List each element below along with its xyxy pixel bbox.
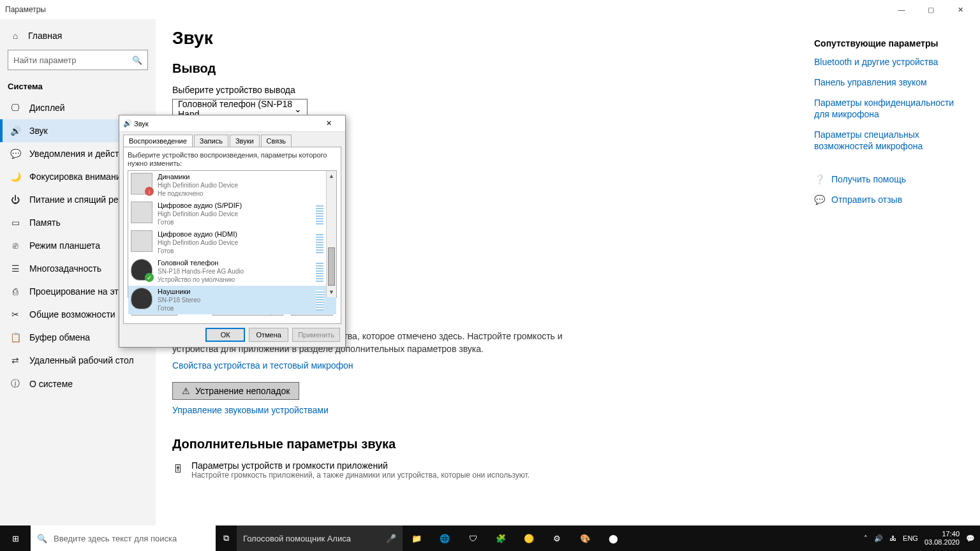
- playback-device-1[interactable]: Цифровое аудио (S/PDIF)High Definition A…: [128, 200, 336, 228]
- window-title: Параметры: [5, 5, 46, 14]
- window-close-button[interactable]: ✕: [946, 0, 975, 19]
- right-rail: Сопутствующие параметры Bluetooth и друг…: [801, 19, 980, 525]
- device-driver: High Definition Audio Device: [158, 181, 238, 189]
- sidebar-home[interactable]: ⌂ Главная: [0, 24, 156, 47]
- sidebar-item-icon: 🌙: [10, 172, 20, 182]
- cancel-button[interactable]: Отмена: [249, 328, 288, 342]
- dialog-close-button[interactable]: ✕: [316, 119, 341, 128]
- troubleshoot-button[interactable]: ⚠ Устранение неполадок: [172, 382, 299, 400]
- search-input[interactable]: Найти параметр 🔍: [8, 50, 148, 70]
- device-name: Наушники: [158, 288, 200, 296]
- apply-button[interactable]: Применить: [292, 328, 340, 342]
- dialog-titlebar[interactable]: 🔊 Звук ✕: [119, 115, 345, 132]
- taskbar-search[interactable]: 🔍 Введите здесь текст для поиска: [31, 525, 216, 551]
- advanced-heading: Дополнительные параметры звука: [172, 437, 785, 452]
- sidebar-home-label: Главная: [28, 31, 62, 41]
- device-icon: [131, 230, 152, 252]
- sidebar-item-label: Память: [29, 217, 61, 228]
- sidebar-item-label: Буфер обмена: [29, 332, 90, 342]
- start-button[interactable]: ⊞: [0, 525, 31, 551]
- related-link-1[interactable]: Панель управления звуком: [814, 77, 967, 88]
- taskbar-app-chrome[interactable]: 🟡: [515, 525, 543, 551]
- window-minimize-button[interactable]: —: [887, 0, 916, 19]
- task-view-button[interactable]: ⧉: [216, 525, 237, 551]
- voice-assistant-bar[interactable]: Голосовой помощник Алиса 🎤: [237, 525, 403, 551]
- tray-notifications-icon[interactable]: 💬: [966, 534, 975, 543]
- related-link-0[interactable]: Bluetooth и другие устройства: [814, 56, 967, 68]
- search-icon: 🔍: [37, 534, 47, 543]
- app-volume-title: Параметры устройств и громкости приложен…: [191, 460, 530, 471]
- level-meter: [316, 261, 323, 282]
- get-help-link[interactable]: ❔ Получить помощь: [814, 173, 967, 185]
- taskbar-app-shield[interactable]: 🛡: [459, 525, 487, 551]
- sidebar-item-label: Общие возможности: [29, 309, 115, 320]
- app-volume-desc: Настройте громкость приложений, а также …: [191, 471, 530, 480]
- tray-language[interactable]: ENG: [903, 534, 918, 542]
- device-driver: SN-P18 Hands-Free AG Audio: [158, 267, 244, 276]
- playback-device-list[interactable]: ↓ДинамикиHigh Definition Audio DeviceНе …: [128, 170, 337, 298]
- scroll-thumb[interactable]: [328, 247, 335, 286]
- related-link-2[interactable]: Параметры конфиденциальности для микрофо…: [814, 97, 967, 120]
- dialog-tab-1[interactable]: Запись: [194, 135, 228, 147]
- playback-device-4[interactable]: НаушникиSN-P18 StereoГотов: [128, 286, 336, 314]
- device-icon: [131, 288, 152, 309]
- tray-network-icon[interactable]: 🖧: [889, 534, 896, 542]
- tray-clock[interactable]: 17:40 03.08.2020: [924, 530, 960, 547]
- playback-device-3[interactable]: ✓Головной телефонSN-P18 Hands-Free AG Au…: [128, 257, 336, 286]
- device-status: Готов: [158, 247, 238, 255]
- output-heading: Вывод: [172, 61, 785, 76]
- dialog-tab-3[interactable]: Связь: [261, 135, 292, 147]
- ok-button[interactable]: ОК: [205, 328, 245, 342]
- scrollbar[interactable]: ▲ ▼: [326, 171, 336, 297]
- chevron-down-icon: ⌄: [294, 104, 302, 114]
- device-icon: ✓: [131, 259, 152, 281]
- sidebar-item-label: Звук: [29, 126, 48, 136]
- taskbar-app-generic1[interactable]: 🧩: [487, 525, 515, 551]
- related-settings-heading: Сопутствующие параметры: [814, 38, 967, 48]
- dialog-tab-0[interactable]: Воспроизведение: [123, 135, 193, 147]
- taskbar-app-edge[interactable]: 🌐: [431, 525, 459, 551]
- scroll-up-button[interactable]: ▲: [327, 171, 336, 181]
- troubleshoot-label: Устранение неполадок: [195, 386, 290, 396]
- sidebar-item-label: Фокусировка внимания: [29, 172, 126, 182]
- window-maximize-button[interactable]: ▢: [916, 0, 946, 19]
- search-icon: 🔍: [132, 55, 142, 65]
- sidebar-item-label: Уведомления и действия: [29, 149, 133, 159]
- device-status: Устройство по умолчанию: [158, 276, 244, 284]
- sidebar-item-11[interactable]: ⇄Удаленный рабочий стол: [0, 349, 156, 372]
- device-driver: High Definition Audio Device: [158, 210, 242, 218]
- sidebar-item-icon: ⏻: [10, 195, 20, 205]
- page-title: Звук: [172, 28, 785, 48]
- sidebar-item-icon: ▭: [10, 217, 20, 228]
- titlebar: Параметры — ▢ ✕: [0, 0, 980, 19]
- tray-expand-icon[interactable]: ˄: [864, 534, 868, 543]
- tray-volume-icon[interactable]: 🔊: [874, 534, 883, 543]
- sidebar-item-12[interactable]: ⓘО системе: [0, 372, 156, 396]
- scroll-down-button[interactable]: ▼: [327, 287, 336, 297]
- device-driver: SN-P18 Stereo: [158, 296, 200, 304]
- sidebar-item-label: О системе: [29, 379, 73, 389]
- sound-dialog: 🔊 Звук ✕ ВоспроизведениеЗаписьЗвукиСвязь…: [119, 115, 346, 348]
- playback-device-0[interactable]: ↓ДинамикиHigh Definition Audio DeviceНе …: [128, 171, 336, 200]
- sidebar-item-icon: ⎚: [10, 240, 20, 251]
- dialog-hint: Выберите устройство воспроизведения, пар…: [128, 151, 337, 168]
- microphone-icon: 🎤: [386, 534, 396, 543]
- manage-sound-devices-link[interactable]: Управление звуковыми устройствами: [172, 405, 329, 415]
- taskbar-app-generic2[interactable]: ⬤: [599, 525, 627, 551]
- sidebar-item-icon: 🖵: [10, 103, 20, 113]
- app-volume-row[interactable]: 🎚 Параметры устройств и громкости прилож…: [172, 460, 785, 480]
- voice-assistant-label: Голосовой помощник Алиса: [243, 534, 351, 543]
- sidebar-item-icon: ⓘ: [10, 378, 20, 390]
- playback-device-2[interactable]: Цифровое аудио (HDMI)High Definition Aud…: [128, 228, 336, 257]
- device-status: Готов: [158, 218, 242, 226]
- related-link-3[interactable]: Параметры специальных возможностей микро…: [814, 129, 967, 152]
- send-feedback-link[interactable]: 💬 Отправить отзыв: [814, 194, 967, 205]
- device-properties-link[interactable]: Свойства устройства и тестовый микрофон: [172, 360, 353, 371]
- device-icon: ↓: [131, 173, 152, 195]
- tray-date: 03.08.2020: [924, 538, 960, 547]
- taskbar-app-paint[interactable]: 🎨: [571, 525, 599, 551]
- sidebar-section-title: Система: [0, 77, 156, 96]
- taskbar-app-explorer[interactable]: 📁: [403, 525, 431, 551]
- dialog-tab-2[interactable]: Звуки: [230, 135, 260, 147]
- taskbar-app-settings[interactable]: ⚙: [543, 525, 571, 551]
